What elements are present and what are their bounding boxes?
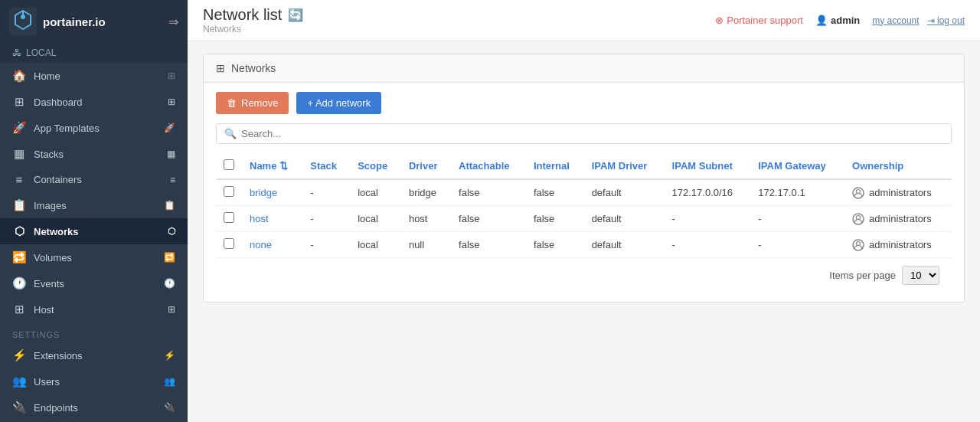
ownership-icon <box>852 213 864 225</box>
toolbar: 🗑 Remove + Add network <box>216 92 952 114</box>
search-input[interactable] <box>241 128 943 139</box>
sidebar-item-volumes[interactable]: 🔁 Volumes 🔁 <box>0 244 188 270</box>
items-per-page-select[interactable]: 10 25 50 <box>902 266 939 285</box>
row-checkbox-cell <box>216 206 242 232</box>
ownership-value: administrators <box>869 187 932 198</box>
cell-scope: local <box>350 232 401 258</box>
sidebar-item-containers[interactable]: ≡ Containers ≡ <box>0 167 188 192</box>
sidebar-item-host[interactable]: ⊞ Host ⊞ <box>0 296 188 322</box>
sidebar-item-extensions[interactable]: ⚡ Extensions ⚡ <box>0 342 188 368</box>
networks-table: Name ⇅ Stack Scope Driver Attachable Int… <box>216 153 952 258</box>
cell-ipam-subnet: 172.17.0.0/16 <box>665 179 751 206</box>
logo-area: portainer.io ⇒ <box>0 0 188 43</box>
my-account-link[interactable]: my account <box>872 15 919 26</box>
col-driver[interactable]: Driver <box>401 153 451 179</box>
topbar-left: Network list 🔄 Networks <box>203 6 303 34</box>
ownership-value: administrators <box>869 239 932 250</box>
sidebar-item-events[interactable]: 🕐 Events 🕐 <box>0 270 188 296</box>
sidebar-item-dashboard[interactable]: ⊞ Dashboard ⊞ <box>0 89 188 115</box>
stacks-icon: ▦ <box>12 147 26 161</box>
cell-ownership: administrators <box>844 206 952 232</box>
search-bar: 🔍 <box>216 123 952 144</box>
cell-ipam-gateway: 172.17.0.1 <box>750 179 844 206</box>
dashboard-icon: ⊞ <box>12 95 26 109</box>
sidebar: portainer.io ⇒ 🖧 LOCAL 🏠 Home ⊞ ⊞ Dashbo… <box>0 0 188 422</box>
sidebar-item-endpoints[interactable]: 🔌 Endpoints 🔌 <box>0 394 188 420</box>
cell-ipam-gateway: - <box>750 206 844 232</box>
row-checkbox[interactable] <box>224 212 234 223</box>
cell-driver: bridge <box>401 179 451 206</box>
network-name-link[interactable]: none <box>250 239 272 250</box>
topbar-right: ⊗ Portainer support 👤 admin my account ⇥… <box>715 15 965 26</box>
local-endpoint-label: 🖧 LOCAL <box>0 43 188 63</box>
col-scope[interactable]: Scope <box>350 153 401 179</box>
sidebar-item-images[interactable]: 📋 Images 📋 <box>0 192 188 218</box>
col-ipam-subnet[interactable]: IPAM Subnet <box>665 153 751 179</box>
containers-icon: ≡ <box>12 173 26 186</box>
networks-panel-icon: ⊞ <box>216 62 225 74</box>
col-ownership[interactable]: Ownership <box>844 153 952 179</box>
cell-ownership: administrators <box>844 232 952 258</box>
cell-name: host <box>242 206 302 232</box>
refresh-icon[interactable]: 🔄 <box>288 8 303 22</box>
settings-section-label: SETTINGS <box>0 322 188 342</box>
select-all-checkbox[interactable] <box>224 159 234 170</box>
row-checkbox[interactable] <box>224 238 234 249</box>
topbar: Network list 🔄 Networks ⊗ Portainer supp… <box>188 0 980 41</box>
sidebar-item-home[interactable]: 🏠 Home ⊞ <box>0 63 188 89</box>
cell-stack: - <box>302 232 350 258</box>
ownership-icon <box>852 187 864 199</box>
cell-ipam-driver: default <box>584 179 665 206</box>
svg-point-6 <box>857 215 861 219</box>
col-internal[interactable]: Internal <box>526 153 584 179</box>
cell-ownership: administrators <box>844 179 952 206</box>
row-checkbox[interactable] <box>224 186 234 197</box>
content-area: ⊞ Networks 🗑 Remove + Add network 🔍 <box>188 41 980 422</box>
cell-ipam-subnet: - <box>665 206 751 232</box>
log-out-link[interactable]: ⇥ log out <box>927 15 965 26</box>
col-ipam-gateway[interactable]: IPAM Gateway <box>750 153 844 179</box>
trash-icon: 🗑 <box>227 97 237 109</box>
svg-point-2 <box>21 15 25 19</box>
sort-icon: ⇅ <box>279 160 288 172</box>
col-stack[interactable]: Stack <box>302 153 350 179</box>
account-links: my account ⇥ log out <box>872 15 965 26</box>
network-name-link[interactable]: bridge <box>250 187 277 198</box>
sidebar-item-networks[interactable]: ⬡ Networks ⬡ <box>0 218 188 244</box>
cell-stack: - <box>302 206 350 232</box>
breadcrumb: Networks <box>203 24 303 34</box>
row-checkbox-cell <box>216 232 242 258</box>
col-attachable[interactable]: Attachable <box>451 153 526 179</box>
remove-button[interactable]: 🗑 Remove <box>216 92 289 114</box>
ownership-value: administrators <box>869 213 932 224</box>
col-name[interactable]: Name ⇅ <box>242 153 302 179</box>
sidebar-item-users[interactable]: 👥 Users 👥 <box>0 368 188 394</box>
add-network-button[interactable]: + Add network <box>296 92 381 114</box>
col-ipam-driver[interactable]: IPAM Driver <box>584 153 665 179</box>
sidebar-item-stacks[interactable]: ▦ Stacks ▦ <box>0 141 188 167</box>
cell-internal: false <box>526 206 584 232</box>
svg-point-4 <box>857 189 861 193</box>
cell-name: bridge <box>242 179 302 206</box>
cell-internal: false <box>526 179 584 206</box>
sidebar-item-app-templates[interactable]: 🚀 App Templates 🚀 <box>0 115 188 141</box>
row-checkbox-cell <box>216 179 242 206</box>
cell-ipam-driver: default <box>584 232 665 258</box>
home-icon: 🏠 <box>12 69 26 83</box>
images-icon: 📋 <box>12 198 26 212</box>
sidebar-toggle-icon[interactable]: ⇒ <box>168 15 178 29</box>
app-templates-icon: 🚀 <box>12 121 26 135</box>
support-link[interactable]: ⊗ Portainer support <box>715 15 803 26</box>
table-footer: Items per page 10 25 50 <box>216 258 952 293</box>
select-all-header <box>216 153 242 179</box>
cell-internal: false <box>526 232 584 258</box>
cell-ipam-subnet: - <box>665 232 751 258</box>
cell-name: none <box>242 232 302 258</box>
page-title: Network list 🔄 <box>203 6 303 24</box>
network-name-link[interactable]: host <box>250 213 269 224</box>
admin-section: 👤 admin <box>815 15 860 26</box>
panel-body: 🗑 Remove + Add network 🔍 <box>204 83 964 302</box>
table-row: none - local null false false default - … <box>216 232 952 258</box>
items-per-page-label: Items per page <box>829 270 896 281</box>
host-icon: ⊞ <box>12 303 26 316</box>
